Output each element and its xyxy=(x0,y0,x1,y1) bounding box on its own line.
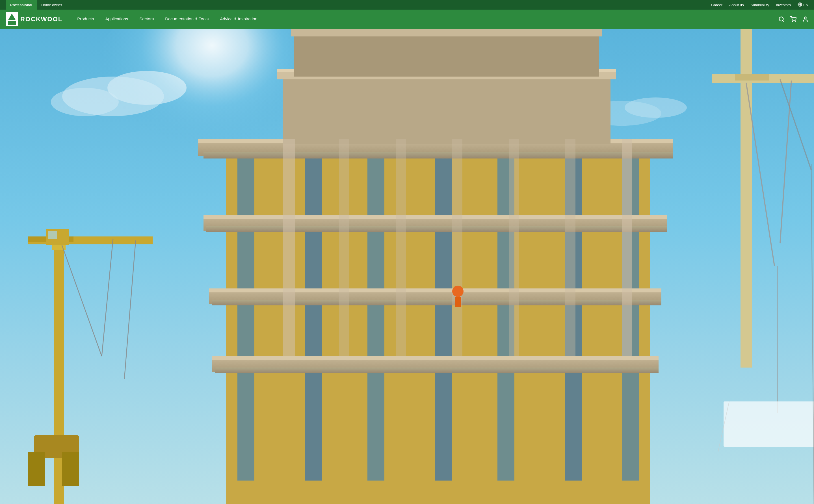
tab-professional[interactable]: Professional xyxy=(6,0,37,10)
cart-icon[interactable] xyxy=(790,16,796,22)
nav-right xyxy=(778,16,808,22)
svg-rect-55 xyxy=(283,74,611,144)
svg-rect-66 xyxy=(622,139,632,356)
svg-point-6 xyxy=(795,21,796,22)
hero-scene xyxy=(0,29,814,504)
svg-line-4 xyxy=(783,20,784,21)
logo[interactable]: ROCKWOOL xyxy=(6,12,62,26)
globe-icon xyxy=(798,2,802,8)
svg-point-5 xyxy=(792,21,793,22)
svg-rect-75 xyxy=(724,401,814,447)
main-nav: ROCKWOOL Products Applications Sectors D… xyxy=(0,10,814,29)
svg-rect-50 xyxy=(209,288,661,292)
nav-left: ROCKWOOL Products Applications Sectors D… xyxy=(6,10,259,29)
link-sustainability[interactable]: Sutainibility xyxy=(750,3,769,7)
nav-products[interactable]: Products xyxy=(76,10,95,29)
svg-point-7 xyxy=(804,17,806,19)
logo-icon xyxy=(6,12,18,26)
top-bar-links: Career About us Sutainibility Investors … xyxy=(711,2,808,8)
svg-rect-35 xyxy=(401,153,435,481)
svg-rect-41 xyxy=(599,153,622,481)
svg-point-16 xyxy=(625,97,687,118)
svg-rect-51 xyxy=(212,300,661,305)
search-icon[interactable] xyxy=(778,16,785,22)
link-career[interactable]: Career xyxy=(711,3,722,7)
nav-documentation[interactable]: Documentation & Tools xyxy=(164,10,210,29)
svg-rect-26 xyxy=(62,452,79,486)
svg-rect-64 xyxy=(509,139,519,356)
link-about[interactable]: About us xyxy=(729,3,744,7)
svg-rect-60 xyxy=(283,139,295,356)
svg-rect-53 xyxy=(212,356,659,360)
svg-rect-68 xyxy=(455,297,461,307)
svg-point-67 xyxy=(452,286,464,297)
svg-rect-39 xyxy=(531,153,565,481)
svg-rect-59 xyxy=(291,29,602,36)
top-bar-tabs: Professional Home owner xyxy=(6,0,67,10)
nav-applications[interactable]: Applications xyxy=(104,10,129,29)
svg-rect-62 xyxy=(396,139,406,356)
top-bar: Professional Home owner Career About us … xyxy=(0,0,814,10)
nav-sectors[interactable]: Sectors xyxy=(138,10,155,29)
svg-rect-71 xyxy=(735,74,769,81)
svg-rect-28 xyxy=(48,231,57,239)
svg-rect-32 xyxy=(305,153,322,481)
svg-rect-47 xyxy=(203,215,667,219)
svg-rect-36 xyxy=(435,153,452,481)
svg-rect-48 xyxy=(206,226,667,232)
svg-point-12 xyxy=(51,88,119,116)
svg-rect-61 xyxy=(339,139,349,356)
svg-rect-30 xyxy=(237,153,254,481)
user-icon[interactable] xyxy=(802,16,808,22)
hero-section xyxy=(0,29,814,504)
svg-rect-63 xyxy=(452,139,463,356)
svg-rect-37 xyxy=(469,153,498,481)
svg-rect-65 xyxy=(565,139,576,356)
svg-point-11 xyxy=(107,71,186,105)
logo-text: ROCKWOOL xyxy=(20,16,62,23)
link-investors[interactable]: Investors xyxy=(776,3,791,7)
nav-advice[interactable]: Advice & Inspiration xyxy=(219,10,259,29)
svg-rect-34 xyxy=(367,153,384,481)
svg-rect-45 xyxy=(203,152,673,158)
svg-rect-54 xyxy=(215,368,659,373)
lang-label: EN xyxy=(803,3,808,7)
svg-rect-25 xyxy=(28,452,45,486)
language-selector[interactable]: EN xyxy=(798,2,808,8)
tab-homeowner[interactable]: Home owner xyxy=(37,0,67,10)
